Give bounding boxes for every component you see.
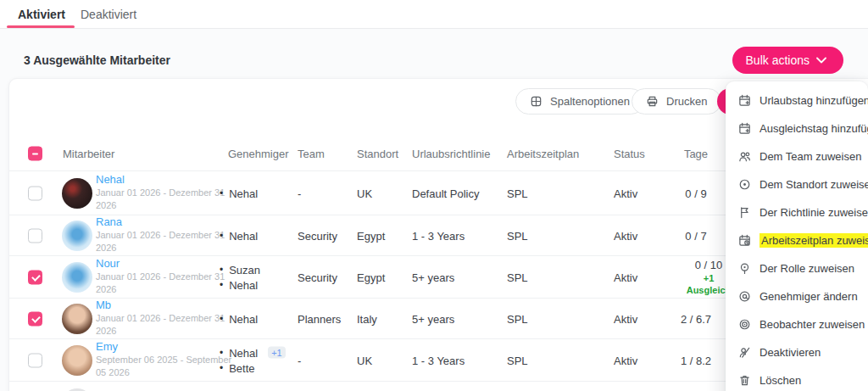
status-cell: Aktiv [614, 271, 637, 283]
employee-name-link[interactable]: Nehal [96, 173, 238, 186]
deactivate-person-icon [738, 346, 752, 360]
standort-cell: UK [357, 354, 372, 366]
print-label: Drucken [666, 95, 707, 108]
menu-item-der-richtlinie-zuweisen[interactable]: Der Richtlinie zuweisen [726, 198, 868, 226]
tage-cell: 0 / 9 [666, 187, 726, 199]
printer-icon [646, 95, 659, 109]
tab-aktiviert[interactable]: Aktiviert [18, 8, 65, 21]
team-icon [738, 150, 752, 164]
employee-name-link[interactable]: Nour [96, 257, 238, 270]
table-row: Emy September 06 2025 - September 05 202… [9, 338, 755, 381]
header-standort: Standort [357, 148, 398, 160]
standort-cell: Egypt [357, 229, 385, 242]
avatar[interactable] [62, 304, 92, 334]
approver-name: Nehal [220, 229, 258, 242]
column-options-button[interactable]: Spaltenoptionen [515, 88, 644, 115]
tage-cell: 1 / 8.2 [666, 354, 726, 366]
menu-item-label: Genehmiger ändern [760, 290, 858, 303]
selection-label: Ausgewählte Mitarbeiter [33, 53, 170, 67]
schedule-cell: SPL [507, 229, 528, 242]
team-cell: Security [298, 271, 337, 283]
table-row: Nour Januar 01 2026 - Dezember 31 2026 S… [9, 255, 755, 298]
menu-item-urlaubstag-hinzufuegen[interactable]: Urlaubstag hinzufügen [726, 87, 868, 115]
menu-item-beobachter-zuweisen[interactable]: Beobachter zuweisen [726, 310, 868, 338]
table-row: Rana Januar 01 2026 - Dezember 31 2026 N… [9, 215, 755, 255]
bulk-actions-button[interactable]: Bulk actions [732, 47, 843, 74]
employee-name-link[interactable]: Rana [96, 215, 238, 228]
approver-change-icon [738, 290, 752, 304]
row-checkbox[interactable] [28, 311, 42, 326]
employee-name-link[interactable]: Mb [96, 299, 238, 311]
header-status: Status [614, 148, 645, 160]
tab-bar: Aktiviert Deaktiviert [0, 0, 868, 29]
standort-cell: Italy [357, 312, 377, 325]
location-icon [738, 178, 752, 192]
schedule-cell: SPL [507, 271, 528, 283]
schedule-cell: SPL [507, 312, 528, 325]
status-cell: Aktiv [614, 354, 637, 366]
menu-item-label: Dem Standort zuweisen [760, 178, 868, 191]
approver-name: Nehal [220, 312, 258, 325]
approver-name: Nehal [220, 187, 258, 199]
status-cell: Aktiv [614, 312, 637, 325]
policy-cell: 5+ years [412, 271, 454, 283]
tage-value: 0 / 10 [695, 258, 723, 271]
approver-name: Bette [220, 361, 286, 374]
menu-item-dem-standort-zuweisen[interactable]: Dem Standort zuweisen [726, 170, 868, 198]
table-row: Nehal Januar 01 2026 - Dezember 31 2026 … [9, 170, 755, 215]
avatar[interactable] [62, 178, 92, 209]
menu-item-label: Deaktivieren [760, 346, 821, 359]
menu-item-genehmiger-aendern[interactable]: Genehmiger ändern [726, 282, 868, 310]
menu-item-loeschen[interactable]: Löschen [726, 366, 868, 391]
tab-deaktiviert[interactable]: Deaktiviert [81, 8, 136, 21]
row-checkbox[interactable] [28, 228, 42, 243]
employee-name-link[interactable]: Emy [96, 340, 238, 353]
row-checkbox[interactable] [28, 186, 42, 200]
header-mitarbeiter: Mitarbeiter [63, 148, 114, 160]
trash-icon [738, 374, 752, 388]
team-cell: Security [298, 229, 337, 242]
table-row: Bette Nehal Egypt, Italy [9, 381, 755, 391]
approver-overflow-badge[interactable]: +1 [268, 347, 286, 359]
menu-item-label: Dem Team zuweisen [760, 150, 861, 163]
status-cell: Aktiv [614, 229, 637, 242]
grid-icon [530, 95, 543, 109]
policy-cell: Default Policy [412, 187, 479, 199]
standort-cell: Egypt [357, 271, 385, 283]
header-arbeitszeitplan: Arbeitszeitplan [507, 148, 579, 160]
approver-name: Nehal+1 [220, 346, 286, 359]
employee-period: Januar 01 2026 - Dezember 31 2026 [96, 271, 238, 298]
selection-count: 3 [24, 53, 31, 67]
approver-name: Suzan [220, 263, 260, 276]
employee-period: Januar 01 2026 - Dezember 31 2026 [96, 229, 238, 256]
menu-item-ausgleichstag-hinzufuegen[interactable]: Ausgleichstag hinzufügen [726, 115, 868, 142]
avatar[interactable] [62, 262, 92, 293]
row-checkbox[interactable] [28, 353, 42, 367]
avatar[interactable] [62, 345, 92, 376]
menu-item-label: Urlaubstag hinzufügen [760, 94, 868, 107]
print-button[interactable]: Drucken [632, 88, 721, 115]
menu-item-label: Arbeitszeitplan zuweisen [760, 233, 868, 248]
calendar-add-icon [738, 122, 752, 136]
menu-item-arbeitszeitplan-zuweisen[interactable]: Arbeitszeitplan zuweisen [726, 226, 868, 254]
role-pin-icon [738, 262, 752, 276]
bulk-actions-label: Bulk actions [746, 53, 810, 67]
team-cell: - [298, 354, 301, 366]
approver-name: Nehal [220, 278, 260, 291]
menu-item-label: Der Richtlinie zuweisen [760, 206, 868, 219]
menu-item-deaktivieren[interactable]: Deaktivieren [726, 338, 868, 366]
status-cell: Aktiv [614, 187, 637, 199]
menu-item-der-rolle-zuweisen[interactable]: Der Rolle zuweisen [726, 254, 868, 282]
observer-eye-icon [738, 318, 752, 332]
column-options-label: Spaltenoptionen [550, 95, 630, 108]
row-checkbox[interactable] [28, 270, 42, 284]
menu-item-dem-team-zuweisen[interactable]: Dem Team zuweisen [726, 142, 868, 170]
schedule-cell: SPL [507, 187, 528, 199]
table-row: Mb Januar 01 2026 - Dezember 31 2026 Neh… [9, 298, 755, 338]
header-genehmiger: Genehmiger [228, 148, 289, 160]
tage-cell: 0 / 7 [666, 229, 726, 242]
avatar[interactable] [62, 221, 92, 251]
select-all-checkbox[interactable] [28, 147, 42, 161]
menu-item-label: Beobachter zuweisen [760, 318, 865, 331]
header-urlaubsrichtlinie: Urlaubsrichtlinie [412, 148, 490, 160]
